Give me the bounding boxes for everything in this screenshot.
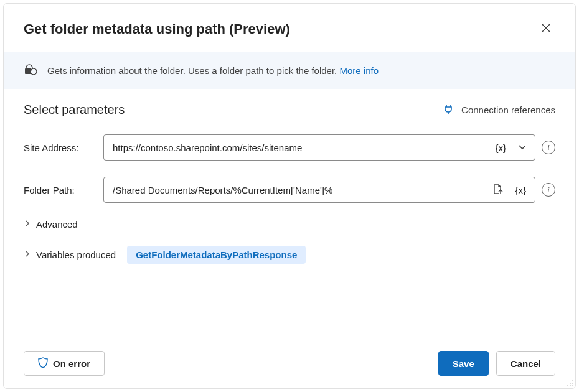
variables-expander[interactable]: Variables produced GetFolderMetadataByPa… (24, 246, 555, 264)
advanced-label: Advanced (36, 219, 78, 230)
info-icon: i (547, 185, 550, 195)
close-button[interactable] (537, 19, 555, 39)
svg-point-9 (567, 385, 568, 386)
site-address-info-button[interactable]: i (542, 141, 555, 154)
close-icon (540, 22, 552, 35)
cancel-label: Cancel (511, 358, 541, 369)
more-info-link[interactable]: More info (339, 65, 379, 76)
chevron-down-icon (517, 142, 527, 154)
file-picker-icon (492, 184, 504, 197)
parameters-title: Select parameters (24, 103, 125, 117)
on-error-label: On error (53, 358, 90, 369)
footer-left: On error (24, 351, 105, 376)
svg-point-8 (572, 383, 573, 384)
folder-path-field[interactable] (113, 185, 490, 195)
svg-point-3 (31, 68, 37, 75)
info-banner-description: Gets information about the folder. Uses … (47, 65, 339, 76)
svg-point-11 (572, 385, 573, 386)
save-button[interactable]: Save (438, 351, 489, 376)
folder-path-row: Folder Path: {x} (24, 177, 555, 203)
dialog-header: Get folder metadata using path (Preview) (4, 4, 575, 52)
site-address-field[interactable] (113, 142, 491, 153)
chevron-right-icon (24, 220, 31, 229)
folder-path-input-wrap: {x} i (103, 177, 555, 203)
svg-point-7 (570, 383, 571, 384)
dialog-footer: On error Save Cancel (4, 338, 575, 388)
svg-point-6 (572, 380, 573, 381)
sharepoint-icon: S (24, 63, 39, 78)
info-banner-text: Gets information about the folder. Uses … (47, 65, 379, 76)
save-label: Save (453, 358, 474, 369)
cancel-button[interactable]: Cancel (496, 351, 555, 376)
site-address-input[interactable]: {x} (103, 134, 535, 161)
connection-references-button[interactable]: Connection references (443, 103, 555, 116)
folder-path-token-button[interactable]: {x} (511, 184, 530, 197)
advanced-expander[interactable]: Advanced (24, 219, 555, 230)
footer-right: Save Cancel (438, 351, 555, 376)
variables-label: Variables produced (36, 250, 116, 260)
site-address-row: Site Address: {x} (24, 134, 555, 161)
chevron-right-icon (24, 250, 31, 259)
variable-chip[interactable]: GetFolderMetadataByPathResponse (127, 246, 306, 264)
plug-icon (443, 103, 454, 116)
connection-references-label: Connection references (461, 105, 555, 115)
svg-point-10 (570, 385, 571, 386)
on-error-button[interactable]: On error (24, 351, 105, 376)
shield-icon (38, 357, 48, 370)
folder-path-label: Folder Path: (24, 185, 103, 195)
site-address-input-wrap: {x} i (103, 134, 555, 161)
folder-path-browse-button[interactable] (490, 181, 506, 199)
dialog-title: Get folder metadata using path (Preview) (24, 21, 290, 37)
info-icon: i (547, 142, 550, 152)
folder-path-actions: {x} (490, 181, 530, 199)
info-banner: S Gets information about the folder. Use… (4, 52, 575, 89)
resize-handle[interactable] (565, 378, 574, 387)
parameters-header: Select parameters Connection references (24, 103, 555, 117)
site-address-token-button[interactable]: {x} (491, 141, 510, 154)
site-address-label: Site Address: (24, 142, 103, 153)
folder-path-info-button[interactable]: i (542, 183, 555, 197)
site-address-dropdown-button[interactable] (515, 139, 530, 156)
dialog: Get folder metadata using path (Preview)… (3, 3, 576, 389)
folder-path-input[interactable]: {x} (103, 177, 535, 203)
site-address-actions: {x} (491, 139, 530, 156)
dialog-content: Select parameters Connection references … (4, 89, 575, 338)
svg-text:S: S (27, 68, 30, 74)
